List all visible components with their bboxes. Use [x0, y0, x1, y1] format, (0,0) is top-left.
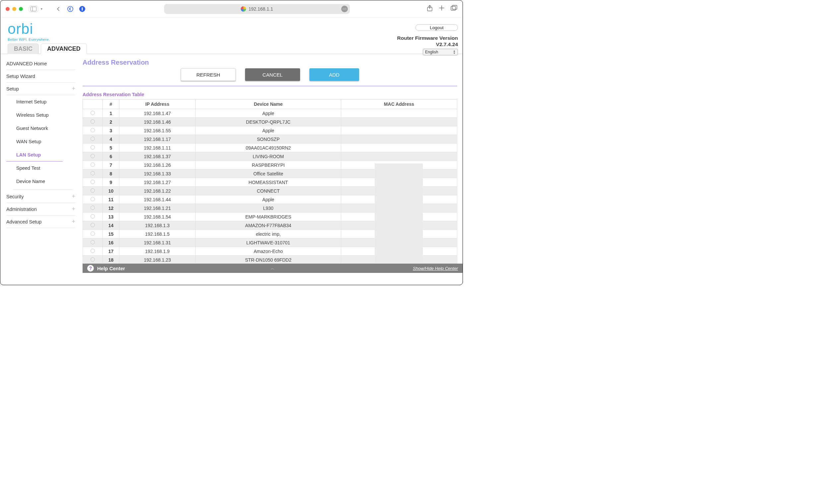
- row-radio[interactable]: [91, 188, 95, 193]
- row-device: STR-DN1050 69FDD2: [196, 256, 341, 264]
- sidebar-item-speed-test[interactable]: Speed Test: [6, 161, 75, 175]
- sidebar-item-lan-setup[interactable]: LAN Setup: [6, 148, 63, 161]
- table-row[interactable]: 4192.168.1.17SONOSZP: [83, 135, 457, 144]
- sidebar-item-advanced-setup[interactable]: Advanced Setup+: [6, 215, 75, 228]
- row-num: 9: [103, 178, 119, 187]
- row-radio[interactable]: [91, 223, 95, 227]
- help-title: Help Center: [97, 266, 125, 271]
- table-title: Address Reservation Table: [83, 92, 457, 97]
- row-device: L930: [196, 204, 341, 212]
- row-device: Office Satellite: [196, 169, 341, 178]
- help-toggle-link[interactable]: Show/Hide Help Center: [413, 266, 458, 271]
- sidebar-item-device-name[interactable]: Device Name: [6, 175, 75, 188]
- add-button[interactable]: ADD: [309, 68, 359, 81]
- sidebar-item-advanced-home[interactable]: ADVANCED Home: [6, 57, 75, 70]
- refresh-button[interactable]: REFRESH: [181, 68, 236, 81]
- row-radio[interactable]: [91, 206, 95, 210]
- moon-icon[interactable]: [66, 4, 75, 14]
- row-radio[interactable]: [91, 137, 95, 141]
- row-num: 11: [103, 195, 119, 204]
- help-center-bar[interactable]: ? Help Center ︿ Show/Hide Help Center: [83, 264, 463, 273]
- row-num: 5: [103, 144, 119, 152]
- row-radio[interactable]: [91, 180, 95, 184]
- tabs-overview-icon[interactable]: [451, 5, 457, 13]
- maximize-window-icon[interactable]: [19, 7, 23, 11]
- row-mac: [341, 144, 457, 152]
- row-device: 09AA01AC49150RN2: [196, 144, 341, 152]
- row-radio[interactable]: [91, 128, 95, 132]
- row-num: 13: [103, 212, 119, 221]
- table-row[interactable]: 6192.168.1.37LIVING-ROOM: [83, 152, 457, 161]
- row-device: AMAZON-F77F8AB34: [196, 221, 341, 230]
- tab-basic[interactable]: BASIC: [8, 43, 39, 54]
- plus-icon: +: [71, 206, 75, 212]
- row-device: Amazon-Echo: [196, 247, 341, 256]
- row-device: Apple: [196, 109, 341, 118]
- sidebar-item-wan-setup[interactable]: WAN Setup: [6, 135, 75, 148]
- back-button[interactable]: [54, 4, 63, 14]
- plus-icon: +: [71, 193, 75, 200]
- cancel-button[interactable]: CANCEL: [245, 68, 300, 81]
- sidebar-toggle-button[interactable]: [29, 6, 38, 12]
- row-ip: 192.168.1.47: [119, 109, 196, 118]
- sidebar-item-internet-setup[interactable]: Internet Setup: [6, 95, 75, 109]
- share-icon[interactable]: [427, 5, 433, 13]
- table-row[interactable]: 3192.168.1.55Apple: [83, 126, 457, 135]
- row-num: 10: [103, 187, 119, 195]
- sidebar-item-setup[interactable]: Setup+: [6, 82, 75, 95]
- row-radio[interactable]: [91, 154, 95, 158]
- brand-tagline: Better WiFi. Everywhere.: [8, 37, 455, 41]
- mac-redaction-overlay: [375, 163, 423, 263]
- row-radio[interactable]: [91, 162, 95, 167]
- row-radio[interactable]: [91, 197, 95, 201]
- sidebar-item-setup-wizard[interactable]: Setup Wizard: [6, 70, 75, 82]
- row-ip: 192.168.1.31: [119, 238, 196, 247]
- row-ip: 192.168.1.21: [119, 204, 196, 212]
- row-device: EMP-MARKBRIDGES: [196, 212, 341, 221]
- row-num: 2: [103, 118, 119, 126]
- svg-point-2: [68, 6, 73, 12]
- main-content: Address Reservation REFRESH CANCEL ADD A…: [77, 54, 463, 273]
- page-actions-icon[interactable]: ⋯: [341, 6, 348, 12]
- onepassword-icon[interactable]: [77, 4, 87, 14]
- brand-area: orbi Better WiFi. Everywhere.: [0, 18, 463, 42]
- row-radio[interactable]: [91, 171, 95, 175]
- sidebar: ADVANCED Home Setup Wizard Setup+ Intern…: [0, 54, 77, 273]
- row-radio[interactable]: [91, 111, 95, 115]
- col-device: Device Name: [196, 100, 341, 109]
- row-radio[interactable]: [91, 240, 95, 244]
- svg-rect-0: [31, 7, 36, 11]
- row-radio[interactable]: [91, 257, 95, 262]
- tab-advanced[interactable]: ADVANCED: [41, 43, 87, 54]
- sidebar-item-guest-network[interactable]: Guest Network: [6, 122, 75, 135]
- row-radio[interactable]: [91, 119, 95, 124]
- select-arrows-icon: ▲▼: [453, 50, 456, 54]
- row-device: LIGHTWAVE-310701: [196, 238, 341, 247]
- table-row[interactable]: 5192.168.1.1109AA01AC49150RN2: [83, 144, 457, 152]
- row-ip: 192.168.1.55: [119, 126, 196, 135]
- row-ip: 192.168.1.54: [119, 212, 196, 221]
- new-tab-icon[interactable]: [439, 5, 445, 13]
- row-radio[interactable]: [91, 249, 95, 253]
- help-icon: ?: [87, 265, 94, 272]
- close-window-icon[interactable]: [6, 7, 10, 11]
- row-radio[interactable]: [91, 231, 95, 236]
- address-bar[interactable]: 192.168.1.1 ⋯: [164, 4, 350, 14]
- minimize-window-icon[interactable]: [12, 7, 16, 11]
- svg-rect-7: [452, 5, 457, 9]
- logout-button[interactable]: Logout: [416, 24, 458, 31]
- row-radio[interactable]: [91, 145, 95, 150]
- table-row[interactable]: 1192.168.1.47Apple: [83, 109, 457, 118]
- sidebar-item-security[interactable]: Security+: [6, 190, 75, 203]
- row-device: RASPBERRYPI: [196, 161, 341, 169]
- sidebar-item-wireless-setup[interactable]: Wireless Setup: [6, 109, 75, 122]
- col-mac: MAC Address: [341, 100, 457, 109]
- table-row[interactable]: 2192.168.1.46DESKTOP-QRPL7JC: [83, 118, 457, 126]
- row-num: 1: [103, 109, 119, 118]
- row-device: CONNECT: [196, 187, 341, 195]
- chevron-down-icon[interactable]: ▾: [41, 7, 42, 11]
- row-ip: 192.168.1.27: [119, 178, 196, 187]
- row-ip: 192.168.1.26: [119, 161, 196, 169]
- sidebar-item-administration[interactable]: Administration+: [6, 203, 75, 215]
- row-radio[interactable]: [91, 214, 95, 218]
